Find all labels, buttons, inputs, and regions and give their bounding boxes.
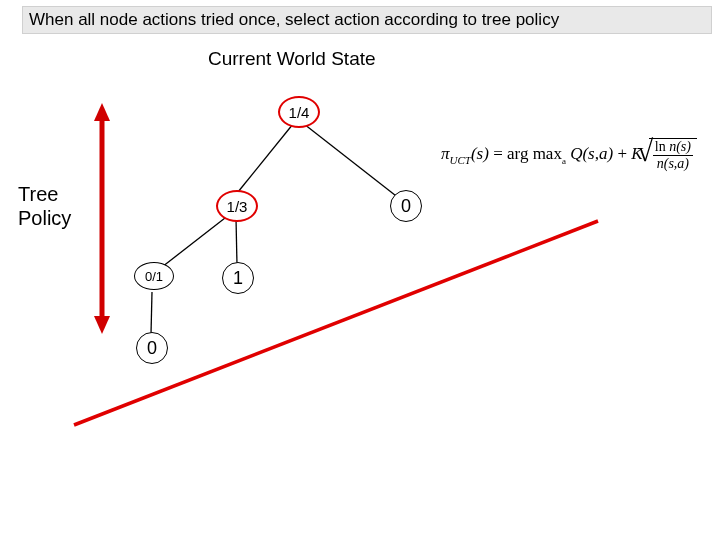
eq-Q: Q(s,a) (570, 144, 613, 163)
node-root: 1/4 (278, 96, 320, 128)
eq-pi-sub: UCT (450, 154, 471, 166)
eq-lhs-arg: (s) (471, 144, 489, 163)
svg-line-3 (236, 218, 237, 265)
node-lll: 0 (136, 332, 168, 364)
node-ll: 0/1 (134, 262, 174, 290)
eq-num-ln: ln (655, 139, 669, 154)
svg-line-2 (162, 218, 225, 267)
eq-pi: π (441, 144, 450, 163)
node-right-label: 0 (401, 196, 411, 217)
svg-line-0 (238, 124, 293, 192)
svg-line-8 (74, 221, 598, 425)
eq-argmax: arg max (507, 144, 562, 163)
world-state-label: Current World State (208, 48, 376, 70)
svg-line-1 (304, 124, 400, 199)
eq-den-n: n(s,a) (657, 156, 689, 171)
slide-title: When all node actions tried once, select… (29, 10, 559, 30)
eq-equals: = (489, 144, 507, 163)
node-left: 1/3 (216, 190, 258, 222)
tree-policy-line1: Tree (18, 183, 58, 205)
eq-frac: ln n(s) n(s,a) (653, 139, 693, 172)
eq-argmax-sub: a (562, 156, 566, 166)
diagram-edges (0, 0, 720, 540)
uct-equation: πUCT(s) = arg maxa Q(s,a) + K √ ln n(s) … (441, 138, 697, 172)
tree-policy-label: Tree Policy (18, 182, 71, 230)
eq-num-n: n(s) (669, 139, 691, 154)
svg-marker-7 (94, 316, 110, 334)
node-ll-label: 0/1 (145, 269, 163, 284)
node-lr: 1 (222, 262, 254, 294)
svg-line-4 (151, 292, 152, 334)
eq-sqrt: √ ln n(s) n(s,a) (649, 138, 697, 172)
tree-policy-line2: Policy (18, 207, 71, 229)
node-root-label: 1/4 (289, 104, 310, 121)
svg-marker-6 (94, 103, 110, 121)
node-lr-label: 1 (233, 268, 243, 289)
node-right: 0 (390, 190, 422, 222)
slide-title-bar: When all node actions tried once, select… (22, 6, 712, 34)
node-left-label: 1/3 (227, 198, 248, 215)
node-lll-label: 0 (147, 338, 157, 359)
eq-plus: + (613, 144, 631, 163)
